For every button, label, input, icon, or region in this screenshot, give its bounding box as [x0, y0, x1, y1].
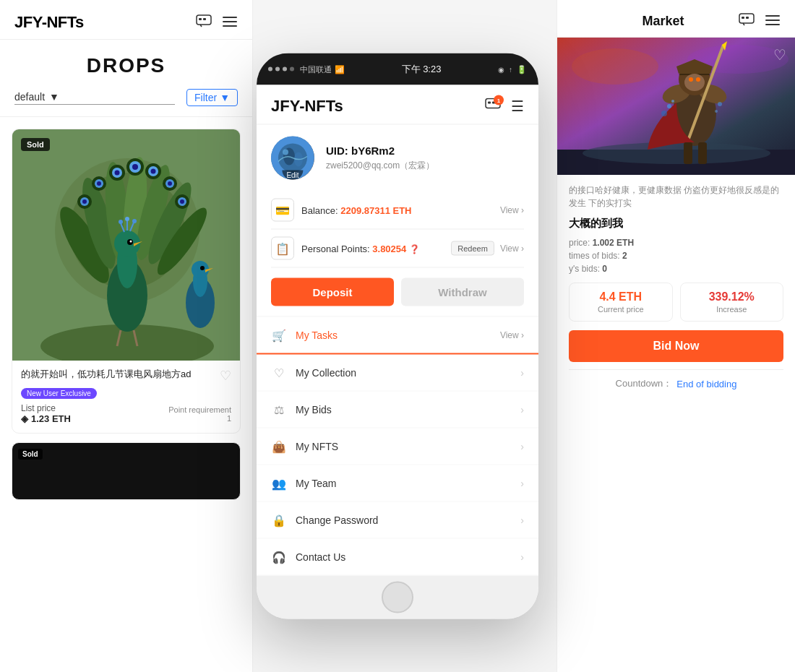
my-tasks-view[interactable]: View › — [500, 330, 524, 340]
notification-badge[interactable]: 1 — [485, 98, 501, 114]
my-bids-chevron: › — [520, 404, 524, 415]
my-collection-label: My Collection — [296, 367, 356, 379]
home-button[interactable] — [382, 582, 413, 613]
svg-rect-56 — [742, 17, 744, 19]
right-content: 的接口哈好健康，更健康数据 仿盗仿更好地很反感是的发生 下的实打实 大概的到我 … — [557, 175, 795, 399]
svg-point-42 — [130, 241, 132, 243]
svg-point-78 — [661, 111, 667, 116]
left-header-icons — [196, 14, 238, 31]
balance-left: 💳 Balance: 2209.87311 ETH — [271, 199, 412, 222]
my-tasks-label: My Tasks — [296, 329, 338, 341]
my-bids-label: y's bids: — [569, 264, 600, 274]
user-email: zwei5200@qq.com（宏霖） — [326, 160, 434, 172]
points-icon: 📋 — [271, 237, 294, 260]
status-time: 下午 3:23 — [402, 63, 442, 76]
price-value: 1.002 ETH — [593, 238, 634, 248]
balance-section: 💳 Balance: 2209.87311 ETH View › 📋 Perso… — [257, 191, 538, 268]
svg-point-37 — [180, 199, 184, 204]
user-section: Edit UID: bY6Rm2 zwei5200@qq.com（宏霖） — [257, 125, 538, 191]
change-password-label: Change Password — [296, 514, 378, 526]
points-left: 📋 Personal Points: 3.80254 ❓ — [271, 237, 420, 260]
balance-view-link[interactable]: View › — [500, 205, 524, 215]
status-right: ◉ ↑ 🔋 — [498, 64, 527, 74]
contact-us-icon: 🎧 — [271, 549, 287, 565]
bids-value: 2 — [622, 251, 627, 261]
signal-dot-2 — [275, 67, 280, 72]
left-panel: JFY-NFTs DROPS default — [0, 0, 253, 672]
withdraw-button[interactable]: Withdraw — [401, 278, 524, 306]
balance-text: Balance: 2209.87311 ETH — [301, 204, 412, 215]
svg-point-80 — [715, 110, 718, 113]
menu-icon[interactable] — [222, 14, 238, 31]
signal-dot-3 — [283, 67, 287, 72]
points-amount: 3.80254 — [372, 243, 406, 254]
right-chat-icon[interactable] — [739, 13, 755, 30]
right-menu-icon[interactable] — [765, 13, 781, 30]
balance-amount: 2209.87311 ETH — [340, 204, 411, 215]
balance-label: Balance: — [301, 204, 338, 215]
phone-menu-icon[interactable]: ☰ — [511, 98, 524, 115]
drops-title: DROPS — [0, 40, 252, 89]
balance-row: 💳 Balance: 2209.87311 ETH View › — [271, 191, 524, 230]
my-bids-value: 0 — [602, 264, 607, 274]
heart-icon-right[interactable]: ♡ — [773, 46, 786, 64]
menu-item-change-password[interactable]: 🔒 Change Password › — [257, 502, 538, 539]
svg-point-31 — [151, 169, 156, 174]
svg-point-88 — [283, 150, 288, 155]
menu-item-my-tasks[interactable]: 🛒 My Tasks View › — [257, 317, 538, 355]
my-collection-icon: ♡ — [271, 365, 287, 381]
menu-item-my-team[interactable]: 👥 My Team › — [257, 465, 538, 502]
chat-icon[interactable] — [196, 14, 212, 31]
left-header: JFY-NFTs — [0, 0, 252, 40]
nft-card-1: Sold 的就开始叫，低功耗几节课电风扇地方ad ♡ New User Excl… — [12, 129, 241, 434]
svg-point-25 — [115, 171, 120, 176]
eth-price-1: 1.23 ETH — [31, 413, 71, 424]
stat-box-price: 4.4 ETH Current price — [569, 283, 673, 322]
stat-price-val: 4.4 ETH — [577, 290, 665, 303]
menu-item-my-bids[interactable]: ⚖ My Bids › — [257, 392, 538, 428]
svg-point-28 — [132, 164, 138, 170]
svg-rect-57 — [746, 17, 749, 19]
menu-item-my-nfts[interactable]: 👜 My NFTS › — [257, 428, 538, 465]
card-info-1: 的就开始叫，低功耗几节课电风扇地方ad ♡ New User Exclusive… — [12, 361, 240, 433]
stat-box-increase: 339.12% Increase — [680, 283, 784, 322]
filter-row: default ▼ Filter ▼ — [0, 89, 252, 117]
points-row: 📋 Personal Points: 3.80254 ❓ Redeem View… — [271, 230, 524, 268]
badge-count: 1 — [494, 95, 504, 105]
filter-chevron-icon: ▼ — [220, 92, 230, 103]
avatar-wrap: Edit — [271, 137, 314, 180]
my-bids-icon: ⚖ — [271, 402, 287, 418]
market-title: Market — [642, 14, 684, 29]
point-label: Point requirement — [168, 405, 231, 414]
bid-now-button[interactable]: Bid Now — [569, 330, 783, 362]
svg-point-46 — [125, 217, 129, 221]
eth-symbol: ◈ — [21, 413, 28, 424]
points-view-link[interactable]: View › — [500, 244, 524, 254]
svg-point-34 — [168, 181, 172, 186]
heart-icon-1[interactable]: ♡ — [220, 368, 231, 384]
my-bids-label: My Bids — [296, 404, 332, 415]
points-label: Personal Points: — [301, 243, 370, 254]
card-tag-1: New User Exclusive — [21, 388, 97, 399]
svg-point-22 — [97, 181, 101, 186]
menu-item-left-my-team: 👥 My Team — [271, 475, 337, 491]
location-icon: ◉ — [498, 65, 504, 73]
svg-point-62 — [572, 48, 658, 85]
signal-dot-4 — [290, 67, 294, 72]
points-help-icon[interactable]: ❓ — [409, 244, 420, 254]
svg-point-48 — [132, 219, 137, 223]
deposit-button[interactable]: Deposit — [271, 278, 394, 306]
nft-card-1-image: Sold — [12, 129, 240, 361]
contact-us-chevron: › — [520, 551, 524, 563]
my-nfts-label: My NFTS — [296, 441, 338, 452]
nft-card-2: Sold — [12, 442, 241, 500]
sort-select[interactable]: default ▼ — [14, 91, 175, 105]
my-team-icon: 👥 — [271, 475, 287, 491]
menu-item-contact-us[interactable]: 🎧 Contact Us › — [257, 539, 538, 576]
redeem-button[interactable]: Redeem — [451, 241, 494, 256]
my-team-chevron: › — [520, 478, 524, 489]
svg-rect-1 — [199, 18, 202, 20]
svg-rect-82 — [488, 102, 491, 104]
menu-item-my-collection[interactable]: ♡ My Collection › — [257, 355, 538, 392]
filter-button[interactable]: Filter ▼ — [186, 89, 238, 106]
